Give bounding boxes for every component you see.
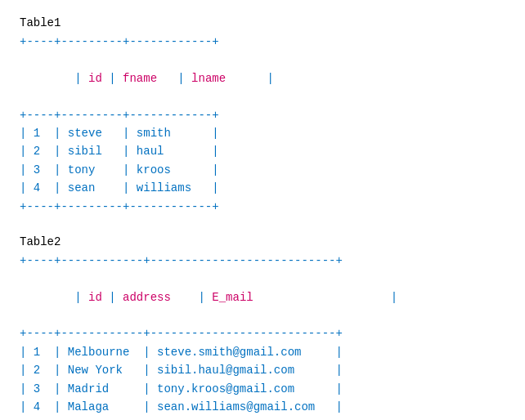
table2-label: Table2 [20,235,505,248]
table1-section: Table1 +----+---------+------------+ | i… [20,16,505,216]
table2-border-mid: +----+------------+---------------------… [20,324,505,342]
table2-row-4: | 4 | Malaga | sean.williams@gmail.com | [20,398,505,416]
table2-border-bot: +----+------------+---------------------… [20,416,505,420]
table1-border-mid: +----+---------+------------+ [20,106,505,124]
page-content: Table1 +----+---------+------------+ | i… [20,16,505,420]
table2-header: | id | address | E_mail | [20,270,505,324]
table2: +----+------------+---------------------… [20,252,505,420]
table1-row-4: | 4 | sean | williams | [20,179,505,197]
table1-border-bot: +----+---------+------------+ [20,198,505,216]
table2-row-3: | 3 | Madrid | tony.kroos@gmail.com | [20,380,505,398]
table1-border-top: +----+---------+------------+ [20,33,505,51]
table1-row-1: | 1 | steve | smith | [20,124,505,142]
table2-row-1: | 1 | Melbourne | steve.smith@gmail.com … [20,343,505,361]
table1-header: | id | fname | lname | [20,51,505,105]
table2-row-2: | 2 | New York | sibil.haul@gmail.com | [20,361,505,379]
table1-row-2: | 2 | sibil | haul | [20,142,505,160]
table1: +----+---------+------------+ | id | fna… [20,33,505,216]
table2-section: Table2 +----+------------+--------------… [20,235,505,420]
table1-row-3: | 3 | tony | kroos | [20,161,505,179]
table2-border-top: +----+------------+---------------------… [20,252,505,270]
table1-label: Table1 [20,16,505,29]
